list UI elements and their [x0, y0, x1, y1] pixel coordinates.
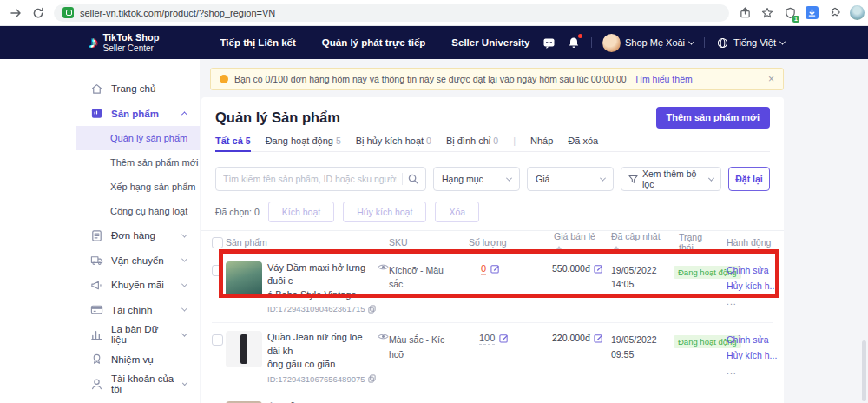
sku-line2: sắc	[389, 277, 462, 291]
sidebar-subitem-bulk-tools[interactable]: Công cụ hàng loạt	[76, 199, 200, 223]
language-selector[interactable]: Tiếng Việt	[715, 36, 785, 50]
selected-count-label: Đã chọn: 0	[215, 207, 260, 217]
browser-profile-avatar[interactable]	[850, 5, 865, 20]
tab-deleted[interactable]: Đã xóa	[568, 135, 598, 146]
sidebar-subitem-label: Xếp hạng sản phẩm	[110, 182, 195, 192]
quantity-value[interactable]: 0	[481, 263, 486, 275]
adblock-shield-icon[interactable]: 1	[783, 6, 797, 20]
updated-date: 19/05/2022	[611, 333, 661, 347]
header-price[interactable]: Giá bán lẻ	[529, 231, 599, 254]
screen: seller-vn.tiktok.com/product/?shop_regio…	[0, 0, 868, 403]
sidebar-item-missions[interactable]: Nhiệm vụ	[0, 347, 200, 373]
quantity-value[interactable]: 100	[479, 333, 495, 345]
deactivate-action-link[interactable]: Hủy kích h...	[727, 279, 777, 294]
sidebar-item-products[interactable]: Sản phẩm	[0, 102, 200, 127]
sidebar-item-shipping[interactable]: Vận chuyển	[0, 248, 200, 274]
reset-button[interactable]: Đặt lại	[728, 167, 770, 191]
edit-quantity-icon[interactable]	[490, 264, 500, 274]
sidebar-item-data-compass[interactable]: La bàn Dữ liệu	[0, 322, 200, 347]
download-manager-icon[interactable]	[806, 6, 819, 19]
home-icon	[90, 83, 103, 96]
banner-close-icon[interactable]: ×	[768, 73, 774, 85]
delete-button[interactable]: Xóa	[435, 202, 479, 222]
order-limit-banner: Bạn có 0/100 đơn hàng hôm nay và thông t…	[210, 68, 784, 90]
preview-eye-icon[interactable]	[378, 263, 389, 271]
sidebar-item-label: Nhiệm vụ	[111, 354, 154, 365]
row-checkbox[interactable]	[212, 334, 223, 346]
person-icon	[90, 378, 103, 391]
tab-active[interactable]: Đang hoạt động5	[266, 135, 341, 146]
product-image[interactable]	[226, 331, 262, 367]
product-name-line1[interactable]: Váy Đầm maxi hở lưng đuôi c	[267, 261, 375, 288]
sidebar-item-home[interactable]: Trang chủ	[0, 76, 200, 102]
edit-action-link[interactable]: Chỉnh sửa	[727, 333, 777, 348]
extensions-puzzle-icon[interactable]	[827, 6, 841, 20]
sidebar-item-label: Tài khoản của tôi	[111, 373, 175, 394]
tab-all[interactable]: Tất cả5	[215, 135, 251, 146]
preview-eye-icon[interactable]	[378, 333, 389, 340]
copy-icon[interactable]	[368, 374, 376, 383]
chevron-down-icon	[181, 256, 187, 262]
site-security-icon[interactable]	[62, 7, 74, 18]
nav-item-affiliate-marketing[interactable]: Tiếp thị Liên kết	[220, 37, 296, 48]
activate-button[interactable]: Kích hoạt	[268, 202, 334, 222]
sidebar-subitem-add-product[interactable]: Thêm sản phẩm mới	[76, 150, 200, 175]
sidebar-item-finance[interactable]: Tài chính	[0, 298, 200, 323]
product-search-box[interactable]	[215, 167, 426, 191]
tiktok-shop-logo[interactable]: ♪ TikTok Shop Seller Center	[89, 32, 160, 52]
sidebar-subitem-manage-products[interactable]: Quản lý sản phẩm	[76, 126, 200, 150]
bookmark-star-icon[interactable]	[760, 6, 774, 20]
status-cell: Đang hoạt động	[661, 331, 718, 348]
tab-label: Nháp	[530, 135, 553, 146]
refresh-icon[interactable]	[31, 6, 45, 20]
row-checkbox[interactable]	[212, 265, 223, 276]
price-cell: 220.000đ	[529, 331, 599, 343]
edit-quantity-icon[interactable]	[499, 334, 509, 343]
copy-icon[interactable]	[368, 305, 376, 314]
product-image[interactable]	[226, 261, 262, 298]
more-filters-button[interactable]: Xem thêm bộ lọc	[621, 167, 721, 191]
share-icon[interactable]	[738, 6, 752, 20]
search-icon[interactable]	[408, 174, 418, 184]
header-updated[interactable]: Đã cập nhật	[599, 231, 661, 254]
logo-subtitle: Seller Center	[103, 43, 160, 53]
forward-icon[interactable]	[9, 6, 23, 20]
nav-item-seller-university[interactable]: Seller University	[451, 37, 529, 48]
search-input[interactable]	[223, 174, 397, 184]
tab-divider: |	[513, 135, 516, 146]
status-cell: Đang hoạt động	[661, 261, 718, 279]
chevron-up-icon	[181, 112, 187, 118]
address-bar[interactable]: seller-vn.tiktok.com/product/?shop_regio…	[54, 4, 729, 22]
learn-more-link[interactable]: Tìm hiểu thêm	[635, 74, 693, 84]
page-scrollbar[interactable]	[862, 340, 866, 401]
sidebar-subitem-product-ranking[interactable]: Xếp hạng sản phẩm	[76, 175, 200, 199]
nav-item-live-management[interactable]: Quản lý phát trực tiếp	[322, 37, 426, 48]
add-product-button[interactable]: Thêm sản phẩm mới	[656, 107, 770, 129]
more-actions-link[interactable]: ...	[727, 364, 777, 380]
bulk-action-bar: Đã chọn: 0 Kích hoạt Hủy kích hoạt Xóa	[215, 202, 770, 222]
select-all-checkbox[interactable]	[212, 237, 223, 248]
edit-action-link[interactable]: Chỉnh sửa	[727, 263, 777, 279]
sidebar-item-orders[interactable]: Đơn hàng	[0, 223, 200, 248]
category-select[interactable]: Hạng mục	[433, 167, 520, 191]
tab-suspended[interactable]: Bị đình chỉ0	[446, 135, 498, 146]
notifications-bell-icon[interactable]	[567, 36, 581, 50]
sku-cell: Kíchcỡ - Màu sắc	[389, 261, 462, 292]
deactivate-action-link[interactable]: Hủy kích h...	[727, 348, 777, 364]
tab-draft[interactable]: Nháp	[530, 135, 553, 146]
price-select[interactable]: Giá	[527, 167, 614, 191]
product-name-line2[interactable]: á Boho Style Vintage	[267, 288, 375, 301]
product-name-line2[interactable]: ông gấu co giãn	[267, 358, 375, 371]
sidebar-item-promotions[interactable]: Khuyến mãi	[0, 273, 200, 298]
deactivate-button[interactable]: Hủy kích hoạt	[343, 202, 426, 222]
shop-account-menu[interactable]: Shop Mẹ Xoài	[602, 34, 694, 52]
chat-icon[interactable]	[542, 36, 556, 50]
sidebar: Trang chủ Sản phẩm Quản lý sản phẩm Thêm…	[0, 59, 200, 403]
product-name-cell: Váy Đầm maxi hở lưng đuôi c á Boho Style…	[267, 261, 389, 314]
sidebar-item-my-account[interactable]: Tài khoản của tôi	[0, 372, 200, 397]
sidebar-item-label: Sản phẩm	[111, 109, 159, 119]
more-actions-link[interactable]: ...	[727, 294, 777, 310]
sku-line2: hcỡ	[389, 347, 462, 361]
tab-deactivated[interactable]: Bị hủy kích hoạt0	[356, 135, 431, 146]
product-name-line1[interactable]: Quần Jean nữ ống loe dài kh	[267, 331, 375, 358]
